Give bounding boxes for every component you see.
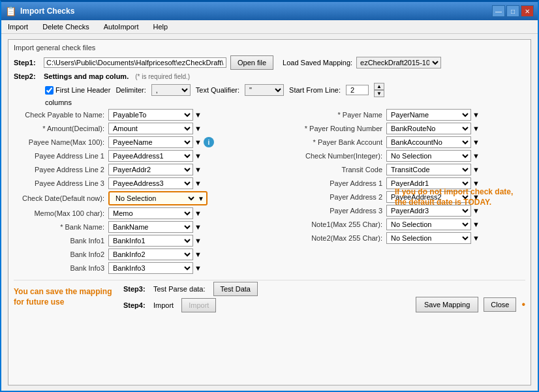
first-line-header-label[interactable]: First Line Header (45, 86, 110, 95)
start-from-line-label: Start From Line: (289, 86, 341, 94)
payer-addr3-label: Payer Address 3 (292, 207, 386, 215)
delimiter-label: Delimiter: (116, 86, 146, 94)
import-button[interactable]: Import (181, 298, 216, 312)
payer-bank-account-label: * Payer Bank Account (292, 138, 386, 146)
check-date-annotation: If you do not import check date, the def… (395, 187, 525, 207)
minimize-button[interactable]: — (492, 5, 505, 17)
note2-select[interactable]: No Selection (386, 232, 471, 244)
settings-label: Settings and map colum. (44, 72, 129, 80)
bank-info1-select[interactable]: BankInfo1 (108, 235, 193, 247)
payee-addr1-select[interactable]: PayeeAddress1 (108, 150, 193, 162)
orange-dot: • (521, 299, 525, 310)
bank-info2-select[interactable]: BankInfo2 (108, 249, 193, 260)
memo-select[interactable]: Memo (108, 207, 193, 219)
map-row-payee-addr1: Payee Address Line 1 PayeeAddress1 ▼ (14, 150, 268, 162)
map-row-payee-addr2: Payee Address Line 2 PayerAddr2 ▼ (14, 164, 268, 175)
step3-row: Step3: Test Parse data: Test Data (123, 282, 258, 296)
map-row-bank-info3: Bank Info3 BankInfo3 ▼ (14, 262, 268, 274)
note1-select[interactable]: No Selection (386, 219, 471, 230)
transit-code-select[interactable]: TransitCode (386, 164, 471, 175)
payer-addr1-label: Payer Address 1 (292, 179, 386, 187)
step1-row: Step1: Open file Load Saved Mapping: ezC… (14, 55, 525, 70)
left-mapping-column: Check Payable to Name: PayableTo ▼ * Amo… (14, 109, 268, 276)
first-line-header-checkbox[interactable] (45, 86, 54, 95)
payee-name-select[interactable]: PayeeName (108, 136, 193, 148)
check-payable-label: Check Payable to Name: (14, 111, 108, 119)
mapping-area: Check Payable to Name: PayableTo ▼ * Amo… (14, 109, 525, 276)
payer-bank-account-select[interactable]: BankAccountNo (386, 136, 471, 148)
step4-row: Step4: Import Import (123, 298, 258, 312)
map-row-note2: Note2(Max 255 Char): No Selection ▼ (292, 232, 525, 244)
payer-addr2-label: Payer Address 2 (292, 193, 386, 201)
map-row-bank-name: * Bank Name: BankName ▼ (14, 221, 268, 233)
payee-addr3-select[interactable]: PayeeAddress3 (108, 177, 193, 189)
step2-label: Step2: (14, 72, 40, 80)
menu-delete-checks[interactable]: Delete Checks (38, 22, 93, 32)
map-row-bank-info1: Bank Info1 BankInfo1 ▼ (14, 235, 268, 247)
payee-addr2-select[interactable]: PayerAddr2 (108, 164, 193, 175)
menu-help[interactable]: Help (149, 22, 172, 32)
payer-routing-select[interactable]: BankRouteNo (386, 123, 471, 134)
menu-import[interactable]: Import (4, 22, 32, 32)
file-path-input[interactable] (44, 57, 226, 68)
bank-name-select[interactable]: BankName (108, 221, 193, 233)
bank-info3-label: Bank Info3 (14, 264, 108, 272)
close-button[interactable]: Close (484, 297, 516, 312)
delimiter-select[interactable]: , (151, 84, 191, 96)
map-row-bank-info2: Bank Info2 BankInfo2 ▼ (14, 249, 268, 260)
check-date-highlighted: No Selection ▼ (108, 191, 208, 205)
payee-addr3-label: Payee Address Line 3 (14, 179, 108, 187)
map-row-check-payable: Check Payable to Name: PayableTo ▼ (14, 109, 268, 121)
maximize-button[interactable]: □ (506, 5, 519, 17)
bank-info3-select[interactable]: BankInfo3 (108, 262, 193, 274)
close-window-button[interactable]: ✕ (521, 5, 534, 17)
map-row-check-date: Check Date(Default now): No Selection ▼ (14, 191, 268, 205)
payee-name-info-icon[interactable]: i (204, 137, 214, 147)
open-file-button[interactable]: Open file (230, 55, 273, 70)
right-mapping-column: * Payer Name PayerName ▼ * Payer Routing… (292, 109, 525, 276)
payer-routing-label: * Payer Routing Number (292, 125, 386, 132)
check-date-label: Check Date(Default now): (14, 194, 108, 202)
map-row-payer-name: * Payer Name PayerName ▼ (292, 109, 525, 121)
map-row-payer-bank-account: * Payer Bank Account BankAccountNo ▼ (292, 136, 525, 148)
map-row-memo: Memo(Max 100 char): Memo ▼ (14, 207, 268, 219)
check-number-select[interactable]: No Selection (386, 150, 471, 162)
menubar: Import Delete Checks AutoImport Help (1, 20, 538, 34)
columns-label: columns (45, 98, 525, 106)
title-bar-left: 📋 Import Checks (5, 6, 74, 16)
start-from-line-input[interactable] (346, 85, 369, 95)
amount-select[interactable]: Amount (108, 123, 193, 134)
payer-name-select[interactable]: PayerName (386, 109, 471, 121)
map-row-amount: * Amount(Decimal): Amount ▼ (14, 123, 268, 134)
payee-name-label: Payee Name(Max 100): (14, 138, 108, 146)
step2-row: Step2: Settings and map colum. (* is req… (14, 72, 525, 80)
check-payable-select[interactable]: PayableTo (108, 109, 193, 121)
map-row-payer-routing: * Payer Routing Number BankRouteNo ▼ (292, 123, 525, 134)
save-mapping-button[interactable]: Save Mapping (416, 297, 478, 312)
test-data-button[interactable]: Test Data (213, 282, 258, 296)
group-box: Import general check files Step1: Open f… (8, 39, 531, 385)
payer-name-label: * Payer Name (292, 111, 386, 119)
load-mapping-select[interactable]: ezCheckDraft2015-10-: (356, 57, 441, 68)
memo-label: Memo(Max 100 char): (14, 209, 108, 217)
text-qualifier-select[interactable]: " (245, 84, 284, 96)
step3-label: Step3: (123, 285, 149, 293)
group-title: Import general check files (14, 44, 525, 52)
step4-desc: Import (153, 301, 174, 309)
start-line-up-button[interactable]: ▲ (374, 83, 384, 90)
map-row-note1: Note1(Max 255 Char): No Selection ▼ (292, 219, 525, 230)
save-mapping-annotation: You can save the mapping for future use (14, 287, 118, 307)
check-date-select[interactable]: No Selection (112, 193, 196, 204)
main-window: 📋 Import Checks — □ ✕ Import Delete Chec… (0, 0, 539, 392)
check-number-label: Check Number(Integer): (292, 152, 386, 160)
payee-addr1-label: Payee Address Line 1 (14, 152, 108, 160)
menu-auto-import[interactable]: AutoImport (100, 22, 143, 32)
note2-label: Note2(Max 255 Char): (292, 234, 386, 242)
start-line-down-button[interactable]: ▼ (374, 90, 384, 97)
step1-label: Step1: (14, 59, 40, 67)
title-bar-controls: — □ ✕ (492, 5, 534, 17)
step3-desc: Test Parse data: (153, 285, 206, 293)
bank-name-label: * Bank Name: (14, 223, 108, 231)
amount-label: * Amount(Decimal): (14, 125, 108, 132)
transit-code-label: Transit Code (292, 166, 386, 173)
